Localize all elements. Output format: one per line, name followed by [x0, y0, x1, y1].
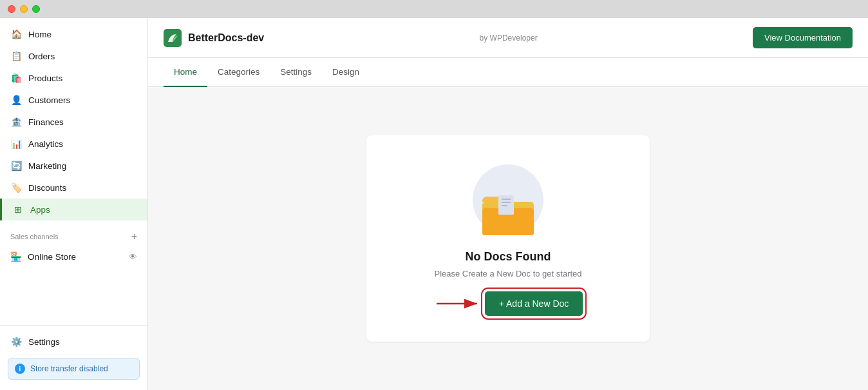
- folder-illustration: [469, 161, 547, 239]
- settings-icon: ⚙️: [10, 336, 22, 347]
- empty-state-card: No Docs Found Please Create a New Doc to…: [366, 135, 650, 342]
- sidebar-item-settings-label: Settings: [28, 337, 60, 347]
- sidebar-item-finances[interactable]: 🏦 Finances: [0, 111, 147, 133]
- app-logo-icon: [164, 29, 182, 47]
- sidebar-item-analytics[interactable]: 📊 Analytics: [0, 133, 147, 155]
- products-icon: 🛍️: [10, 73, 22, 83]
- sidebar-item-apps-label: Apps: [30, 205, 50, 215]
- app-header: BetterDocs-dev by WPDeveloper View Docum…: [148, 18, 868, 58]
- sidebar-item-customers[interactable]: 👤 Customers: [0, 89, 147, 111]
- app-brand: BetterDocs-dev: [164, 29, 264, 47]
- svg-rect-4: [498, 195, 514, 215]
- online-store-label: Online Store: [28, 252, 76, 262]
- sidebar-item-online-store[interactable]: 🏪 Online Store 👁: [0, 246, 147, 267]
- store-transfer-label: Store transfer disabled: [30, 364, 108, 373]
- app-container: 🏠 Home 📋 Orders 🛍️ Products 👤 Customers …: [0, 18, 868, 390]
- sidebar-item-home-label: Home: [28, 30, 52, 39]
- sidebar-item-discounts-label: Discounts: [28, 183, 66, 193]
- marketing-icon: 🔄: [10, 161, 22, 171]
- content-area: No Docs Found Please Create a New Doc to…: [148, 87, 868, 390]
- sales-channels-section: Sales channels +: [0, 220, 147, 246]
- online-store-icon: 🏪: [10, 251, 21, 262]
- app-name: BetterDocs-dev: [188, 32, 264, 44]
- tab-settings[interactable]: Settings: [270, 58, 322, 87]
- sidebar: 🏠 Home 📋 Orders 🛍️ Products 👤 Customers …: [0, 18, 148, 390]
- orders-icon: 📋: [10, 51, 22, 61]
- sidebar-item-orders-label: Orders: [28, 52, 55, 61]
- tabs-bar: Home Categories Settings Design: [148, 58, 868, 87]
- sidebar-item-customers-label: Customers: [28, 95, 70, 105]
- sidebar-item-apps[interactable]: ⊞ Apps: [0, 199, 147, 220]
- red-arrow-icon: [433, 295, 485, 313]
- tab-home[interactable]: Home: [164, 58, 207, 87]
- cta-wrapper: + Add a New Doc: [433, 291, 583, 316]
- sidebar-item-settings[interactable]: ⚙️ Settings: [0, 331, 147, 353]
- folder-icon: [479, 190, 537, 239]
- empty-state-subtitle: Please Create a New Doc to get started: [434, 269, 581, 278]
- sidebar-item-orders[interactable]: 📋 Orders: [0, 45, 147, 67]
- close-button[interactable]: [8, 5, 15, 13]
- home-icon: 🏠: [10, 29, 22, 39]
- discounts-icon: 🏷️: [10, 182, 22, 193]
- apps-icon: ⊞: [12, 204, 24, 215]
- title-bar: [0, 0, 868, 18]
- sidebar-item-discounts[interactable]: 🏷️ Discounts: [0, 177, 147, 199]
- add-new-doc-button[interactable]: + Add a New Doc: [485, 291, 583, 316]
- sidebar-item-products-label: Products: [28, 73, 62, 83]
- finances-icon: 🏦: [10, 117, 22, 127]
- tab-categories[interactable]: Categories: [207, 58, 270, 87]
- view-documentation-button[interactable]: View Documentation: [753, 27, 853, 48]
- sidebar-item-finances-label: Finances: [28, 117, 64, 127]
- minimize-button[interactable]: [20, 5, 28, 13]
- sidebar-bottom: ⚙️ Settings i Store transfer disabled: [0, 325, 147, 390]
- maximize-button[interactable]: [32, 5, 40, 13]
- app-by-label: by WPDeveloper: [480, 34, 538, 43]
- sidebar-item-home[interactable]: 🏠 Home: [0, 23, 147, 45]
- tab-design[interactable]: Design: [322, 58, 370, 87]
- sidebar-item-analytics-label: Analytics: [28, 139, 63, 149]
- sidebar-item-products[interactable]: 🛍️ Products: [0, 67, 147, 89]
- eye-icon[interactable]: 👁: [129, 252, 137, 262]
- sidebar-nav: 🏠 Home 📋 Orders 🛍️ Products 👤 Customers …: [0, 18, 147, 325]
- info-icon: i: [15, 364, 25, 374]
- sales-channels-label: Sales channels: [10, 233, 59, 240]
- main-content: BetterDocs-dev by WPDeveloper View Docum…: [148, 18, 868, 390]
- sidebar-item-marketing[interactable]: 🔄 Marketing: [0, 155, 147, 177]
- sidebar-item-marketing-label: Marketing: [28, 161, 66, 171]
- analytics-icon: 📊: [10, 139, 22, 149]
- add-sales-channel-button[interactable]: +: [131, 231, 137, 242]
- store-transfer-banner: i Store transfer disabled: [8, 358, 140, 380]
- customers-icon: 👤: [10, 95, 22, 105]
- empty-state-title: No Docs Found: [466, 250, 551, 264]
